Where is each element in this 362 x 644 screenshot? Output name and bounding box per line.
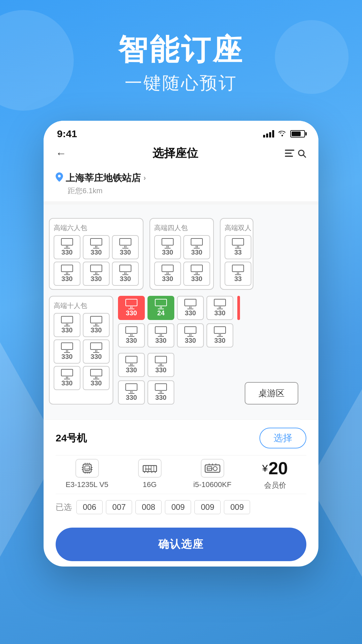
- header-subtitle: 一键随心预订: [0, 71, 362, 95]
- location-distance: 距您6.1km: [56, 186, 306, 196]
- svg-rect-2: [285, 156, 293, 157]
- room-label-4: 高端四人包: [154, 223, 209, 232]
- seat-cell[interactable]: 33: [225, 262, 251, 286]
- gpu-value: i5-10600KF: [193, 480, 232, 489]
- menu-icon: [284, 149, 295, 158]
- status-icons: [263, 129, 305, 139]
- wifi-icon: [278, 129, 287, 139]
- phone-mockup: 9:41 ← 选择座位: [44, 121, 318, 567]
- seat-cell[interactable]: 330: [54, 366, 80, 390]
- selected-seat-tag: 006: [76, 500, 103, 514]
- seat-map[interactable]: 高端六人包 330 330 330 330 330 330 高端四人包 330: [44, 205, 318, 419]
- search-icon: [297, 149, 306, 158]
- signal-icon: [263, 130, 274, 138]
- seat-cell[interactable]: 330: [83, 339, 110, 364]
- selected-seat-tag: 009: [224, 500, 250, 514]
- store-name: 上海莘庄地铁站店: [66, 172, 141, 184]
- seat-cell[interactable]: 330: [154, 235, 181, 259]
- seat-cell[interactable]: 330: [54, 235, 80, 259]
- room-label-2: 高端双人: [225, 223, 249, 232]
- seat-cell[interactable]: 330: [118, 380, 145, 405]
- price-value: 20: [268, 458, 288, 478]
- status-time: 9:41: [57, 128, 77, 140]
- seat-cell[interactable]: 330: [54, 339, 80, 364]
- location-pin-icon: [56, 172, 63, 184]
- seat-cell[interactable]: 330: [177, 296, 204, 320]
- spec-ram: RAM 16G: [118, 459, 181, 489]
- vertical-bar: [237, 296, 240, 320]
- seat-cell[interactable]: 330: [83, 313, 110, 337]
- room-label-6: 高端六人包: [54, 223, 139, 232]
- selected-seat-tag: 007: [106, 500, 132, 514]
- location-name: 上海莘庄地铁站店 ›: [56, 172, 306, 184]
- machine-name: 24号机: [56, 431, 87, 445]
- svg-text:RAM: RAM: [145, 468, 152, 471]
- spec-gpu: GPU i5-10600KF: [181, 459, 244, 489]
- spec-cpu: CPU E3-1235L V5: [56, 459, 118, 489]
- nav-right-icons[interactable]: [284, 149, 306, 158]
- seat-cell[interactable]: 330: [112, 235, 139, 259]
- machine-row: 24号机 选择: [56, 428, 306, 448]
- seat-cell[interactable]: 330: [83, 235, 110, 259]
- seat-cell[interactable]: 330: [147, 323, 174, 347]
- seat-cell[interactable]: 33: [225, 235, 251, 259]
- location-bar[interactable]: 上海莘庄地铁站店 › 距您6.1km: [44, 168, 318, 198]
- seat-cell[interactable]: 330: [118, 323, 145, 347]
- battery-icon: [290, 130, 305, 138]
- seat-cell[interactable]: 330: [177, 323, 204, 347]
- header-section: 智能订座 一键随心预订: [0, 34, 362, 95]
- specs-row: CPU E3-1235L V5: [56, 455, 306, 494]
- room-label-10: 高端十人包: [54, 301, 109, 310]
- seat-occupied[interactable]: 330: [118, 296, 145, 320]
- gpu-icon: GPU: [201, 459, 224, 478]
- seat-cell[interactable]: 330: [206, 296, 233, 320]
- cpu-value: E3-1235L V5: [66, 480, 109, 489]
- nav-bar: ← 选择座位: [44, 142, 318, 168]
- svg-rect-1: [285, 153, 292, 154]
- spec-price: ¥ 20 会员价: [244, 459, 306, 490]
- room-high-end-6: 高端六人包 330 330 330 330 330 330: [49, 218, 143, 290]
- room-high-end-2: 高端双人 33 33: [220, 218, 253, 290]
- confirm-button[interactable]: 确认选座: [56, 528, 306, 561]
- seat-cell[interactable]: 330: [147, 380, 174, 405]
- select-button[interactable]: 选择: [259, 428, 306, 448]
- selected-seat-tag: 009: [165, 500, 191, 514]
- seat-selected[interactable]: 24: [147, 296, 174, 320]
- selected-seat-tag: 008: [135, 500, 162, 514]
- ram-value: 16G: [143, 480, 157, 489]
- seat-cell[interactable]: 330: [154, 262, 181, 286]
- header-title: 智能订座: [0, 34, 362, 66]
- seat-cell[interactable]: 330: [147, 353, 174, 377]
- selected-seat-tag: 009: [194, 500, 221, 514]
- room-high-end-10-left: 高端十人包 330 330 330 330 330 330: [49, 296, 113, 405]
- cpu-icon: CPU: [75, 459, 99, 478]
- seat-cell[interactable]: 330: [118, 353, 145, 377]
- selected-seats-row: 已选 006 007 008 009 009 009: [56, 500, 306, 514]
- selected-label: 已选: [56, 502, 72, 513]
- seat-cell[interactable]: 330: [206, 323, 233, 347]
- seat-cell[interactable]: 330: [54, 262, 80, 286]
- svg-text:GPU: GPU: [207, 468, 213, 470]
- svg-text:CPU: CPU: [85, 468, 91, 471]
- svg-line-4: [303, 155, 305, 157]
- seat-cell[interactable]: 330: [112, 262, 139, 286]
- seat-cell[interactable]: 330: [83, 366, 110, 390]
- price-label: 会员价: [264, 480, 286, 490]
- room-high-end-4: 高端四人包 330 330 330 330: [149, 218, 214, 290]
- location-arrow-icon: ›: [143, 174, 146, 182]
- back-button[interactable]: ←: [56, 147, 66, 160]
- seat-cell[interactable]: 330: [83, 262, 110, 286]
- seat-cell[interactable]: 330: [54, 313, 80, 337]
- seat-cell[interactable]: 330: [183, 235, 210, 259]
- section-divider: [44, 201, 318, 205]
- seat-cell[interactable]: 330: [183, 262, 210, 286]
- svg-point-30: [213, 467, 217, 471]
- board-game-label: 桌游区: [258, 387, 285, 399]
- bottom-panel: 24号机 选择: [44, 419, 318, 522]
- status-bar: 9:41: [44, 121, 318, 142]
- ram-icon: RAM: [138, 459, 162, 478]
- board-game-area: 桌游区: [245, 382, 298, 405]
- svg-rect-0: [285, 150, 294, 151]
- page-title: 选择座位: [153, 146, 198, 161]
